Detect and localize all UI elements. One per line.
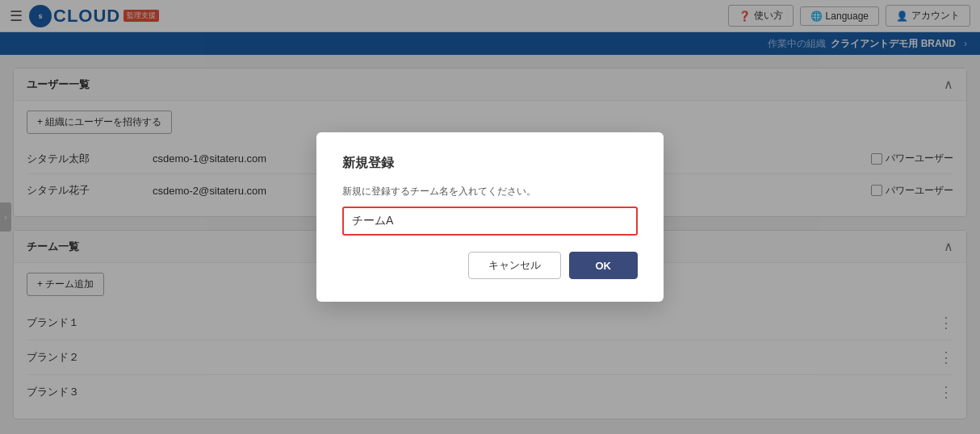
ok-button[interactable]: OK bbox=[569, 252, 639, 279]
modal-title: 新規登録 bbox=[342, 155, 638, 172]
modal-dialog: 新規登録 新規に登録するチーム名を入れてください。 キャンセル OK bbox=[316, 132, 664, 302]
modal-description: 新規に登録するチーム名を入れてください。 bbox=[342, 185, 638, 198]
cancel-button[interactable]: キャンセル bbox=[468, 252, 561, 279]
team-name-input[interactable] bbox=[342, 207, 638, 236]
modal-overlay: 新規登録 新規に登録するチーム名を入れてください。 キャンセル OK bbox=[0, 0, 980, 434]
modal-actions: キャンセル OK bbox=[342, 252, 638, 279]
